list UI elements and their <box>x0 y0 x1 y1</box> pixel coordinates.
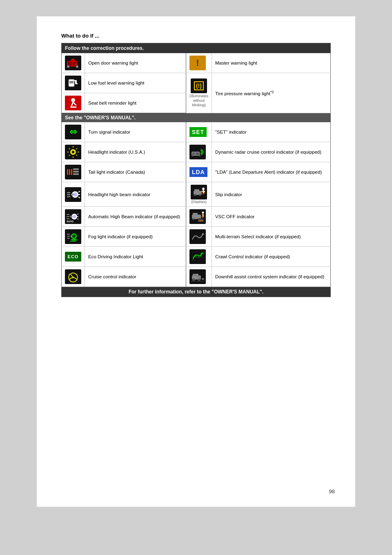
vsc-off-svg: OFF <box>191 210 205 223</box>
svg-rect-31 <box>67 169 68 175</box>
master-warning-icon: ! <box>189 56 206 70</box>
set-indicator-icon: SET <box>189 127 207 137</box>
svg-point-47 <box>194 194 196 196</box>
svg-point-76 <box>72 235 76 238</box>
svg-rect-49 <box>194 189 199 191</box>
seatbelt-label: Seat belt reminder light <box>85 93 186 113</box>
table-row: ⇔ Turn signal indicator SET "SET" indica… <box>62 122 331 142</box>
table-row: Open door warning light ! Master warning… <box>62 53 331 73</box>
cruise-control-label: Cruise control indicator <box>85 267 186 287</box>
svg-rect-67 <box>193 213 198 215</box>
table-row: Headlight high beam indicator <box>62 182 331 207</box>
svg-point-50 <box>202 188 205 190</box>
svg-rect-58 <box>70 216 72 217</box>
svg-point-30 <box>199 155 200 157</box>
svg-point-4 <box>76 65 78 68</box>
headlight-usa-icon <box>65 145 81 159</box>
svg-rect-35 <box>73 171 79 172</box>
high-beam-svg <box>66 188 80 201</box>
svg-rect-39 <box>67 196 70 197</box>
seatbelt-icon <box>65 96 81 110</box>
svg-line-23 <box>76 148 77 149</box>
table-row: Low fuel level warning light (!) (Illumi… <box>62 73 331 93</box>
auto-high-beam-svg: AUTO <box>66 210 80 223</box>
high-beam-icon <box>65 187 81 202</box>
crawl-control-label: Crawl Control indicator (if equipped) <box>212 247 330 267</box>
slip-icon <box>191 185 207 199</box>
svg-line-21 <box>69 148 70 149</box>
svg-line-45 <box>78 197 80 198</box>
eco-driving-icon: ECO <box>65 252 81 262</box>
headlight-usa-label: Headlight indicator (U.S.A.) <box>85 142 186 162</box>
svg-point-57 <box>73 215 76 218</box>
high-beam-label: Headlight high beam indicator <box>85 182 186 207</box>
table-row: Headlight indicator (U.S.A.) Dynamic rad… <box>62 142 331 162</box>
svg-rect-1 <box>68 62 72 66</box>
downhill-assist-svg <box>191 271 205 283</box>
svg-rect-34 <box>73 168 79 170</box>
svg-rect-38 <box>67 194 70 195</box>
dynamic-radar-svg <box>191 146 205 158</box>
svg-rect-28 <box>196 152 199 155</box>
tire-note: (Illuminateswithoutblinking) <box>189 94 208 107</box>
table-row: Cruise control indicator <box>62 267 331 287</box>
fog-light-icon <box>65 229 81 244</box>
cruise-control-icon <box>65 269 81 284</box>
master-warning-label: Master warning light <box>212 53 330 73</box>
table-row: ECO Eco Driving Indicator Light Crawl Co… <box>62 247 331 267</box>
svg-point-65 <box>192 218 194 220</box>
fog-light-svg <box>66 231 80 243</box>
svg-point-29 <box>192 155 193 157</box>
fuel-icon <box>65 76 81 90</box>
tail-light-label: Tail light indicator (Canada) <box>85 162 186 182</box>
low-fuel-label: Low fuel level warning light <box>85 73 186 93</box>
headlight-usa-svg <box>66 146 80 158</box>
crawl-control-icon <box>189 249 206 264</box>
auto-high-beam-icon: AUTO <box>65 209 81 224</box>
svg-rect-72 <box>67 234 70 235</box>
svg-rect-77 <box>71 235 72 237</box>
footer-row: For further information, refer to the "O… <box>62 287 331 297</box>
svg-point-25 <box>72 151 74 153</box>
manual-header: See the "OWNER'S MANUAL". <box>62 113 331 123</box>
seatbelt-svg <box>67 97 79 109</box>
svg-point-48 <box>199 194 201 196</box>
slip-svg <box>192 186 206 198</box>
door-warning-svg <box>66 57 80 69</box>
svg-point-3 <box>67 65 69 68</box>
tire-pressure-label: Tire pressure warning light*2 <box>212 73 330 113</box>
svg-point-93 <box>198 278 200 281</box>
svg-point-6 <box>76 64 76 65</box>
fog-light-label: Fog light indicator (if equipped) <box>85 227 186 247</box>
vsc-off-icon: OFF <box>189 209 206 224</box>
slip-note: (Flashes) <box>191 200 207 204</box>
dynamic-radar-label: Dynamic radar cruise control indicator (… <box>212 142 330 162</box>
svg-line-15 <box>73 102 76 105</box>
manual-header-row: See the "OWNER'S MANUAL". <box>62 113 331 123</box>
tail-light-icon <box>65 165 81 179</box>
page-number: 98 <box>329 488 335 495</box>
turn-signal-icon: ⇔ <box>65 125 81 139</box>
crawl-control-svg <box>191 251 205 263</box>
svg-rect-73 <box>67 236 70 237</box>
page: What to do if ... Follow the correction … <box>37 16 355 507</box>
svg-text:AUTO: AUTO <box>67 220 74 223</box>
downhill-assist-label: Downhill assist control system indicator… <box>212 267 330 287</box>
svg-line-24 <box>69 155 70 156</box>
svg-rect-33 <box>71 169 72 175</box>
auto-high-beam-label: Automatic High Beam indicator (if equipp… <box>85 207 186 227</box>
svg-rect-36 <box>73 173 79 175</box>
vsc-off-label: VSC OFF indicator <box>212 207 330 227</box>
eco-driving-label: Eco Driving Indicator Light <box>85 247 186 267</box>
svg-rect-42 <box>71 194 74 195</box>
svg-point-85 <box>72 277 74 278</box>
section-title: What to do if ... <box>61 33 331 39</box>
door-icon <box>65 56 81 70</box>
svg-point-92 <box>192 278 195 281</box>
multi-terrain-svg <box>191 231 205 243</box>
svg-line-43 <box>78 191 80 192</box>
svg-point-68 <box>202 212 204 214</box>
svg-marker-81 <box>201 233 205 235</box>
svg-line-88 <box>69 274 69 275</box>
footer-text: For further information, refer to the "O… <box>62 287 331 297</box>
